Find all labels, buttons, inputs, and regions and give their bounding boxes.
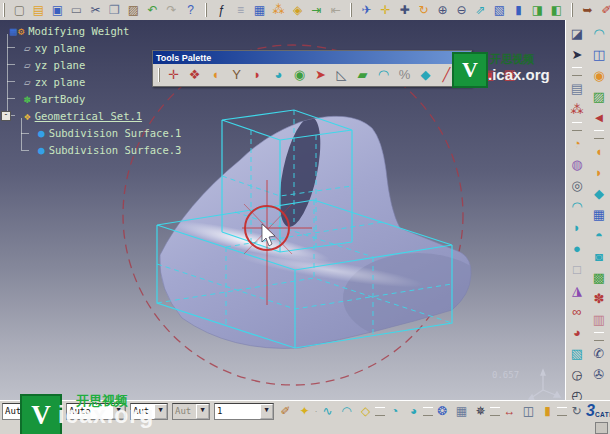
half-sphere-icon[interactable]: ◓	[589, 225, 610, 246]
combo-scale-dropdown-icon[interactable]: ▼	[260, 404, 273, 419]
arrow-left-icon[interactable]: ◄	[589, 107, 610, 128]
render-left-icon[interactable]: ◔	[385, 402, 404, 421]
resize-grip[interactable]	[595, 422, 608, 434]
tree-collapse-box[interactable]: -	[1, 111, 11, 121]
turntable-icon[interactable]: ↻	[567, 402, 586, 421]
toolbar-grip[interactable]	[571, 3, 573, 17]
target-surface-icon[interactable]: ◙	[589, 246, 610, 267]
copy-icon[interactable]: ❐	[105, 1, 124, 20]
grid-edit-icon[interactable]: ▦	[452, 402, 471, 421]
reel-icon[interactable]: ✇	[589, 364, 610, 385]
green-surface-icon[interactable]: ▰	[352, 64, 373, 85]
pink-box-icon[interactable]: ▥	[589, 309, 610, 330]
surface-patch-icon[interactable]: ◗	[567, 217, 588, 238]
dome-tool-icon[interactable]: ◠	[373, 64, 394, 85]
green-mesh-icon[interactable]: ▩	[589, 267, 610, 288]
zoom-in-icon[interactable]: ⊕	[433, 1, 452, 20]
tree-item-geometrical-set-1[interactable]: ❖Geometrical Set.1	[24, 108, 142, 124]
diamond-mesh-icon[interactable]: ◆	[415, 64, 436, 85]
red-flower-icon[interactable]: ✽	[589, 288, 610, 309]
view-display-icon[interactable]: ◪	[567, 23, 588, 44]
whats-this-icon[interactable]: ?	[181, 1, 200, 20]
knowledge-icon[interactable]: ≡	[231, 1, 250, 20]
shading-cylinder-icon[interactable]: ▮	[509, 1, 528, 20]
magic-wand-icon[interactable]: ✦	[295, 402, 314, 421]
tools-palette-window[interactable]: Tools Palette x ✛❖◖Y◗◕◉➤◺▰◠%◆╱·▣▦	[152, 50, 472, 87]
sphere-primitive-icon[interactable]: ●	[567, 238, 588, 259]
toolbar-grip[interactable]	[350, 3, 352, 17]
wave-curve-icon[interactable]: ∿	[318, 402, 337, 421]
normal-view-icon[interactable]: ⇗	[471, 1, 490, 20]
cube-surface-icon[interactable]: ◫	[589, 44, 610, 65]
tree-item-zx-plane[interactable]: ▱zx plane	[24, 74, 85, 90]
curve-tool-icon[interactable]: ◠	[567, 196, 588, 217]
multi-view-icon[interactable]: ◨	[528, 1, 547, 20]
dome-surface-icon[interactable]: ◠	[589, 23, 610, 44]
undo-icon[interactable]: ↶	[143, 1, 162, 20]
check-out-icon[interactable]: ⇤	[326, 1, 345, 20]
catalog-browser-icon[interactable]: ➥	[578, 1, 597, 20]
select-face-icon[interactable]: ◺	[331, 64, 352, 85]
redo-icon[interactable]: ↷	[162, 1, 181, 20]
open-icon[interactable]: ▤	[29, 1, 48, 20]
cone-primitive-icon[interactable]: ◮	[567, 280, 588, 301]
book-surface-icon[interactable]: ▧	[567, 343, 588, 364]
blue-star-icon[interactable]: ❂	[433, 402, 452, 421]
new-icon[interactable]: ▢	[10, 1, 29, 20]
toolbar-grip[interactable]	[205, 3, 207, 17]
rotate-icon[interactable]: ↻	[414, 1, 433, 20]
combo-scale[interactable]: 1▼	[214, 403, 274, 420]
print-icon[interactable]: ▭	[67, 1, 86, 20]
translate-element-icon[interactable]: ❖	[184, 64, 205, 85]
3d-compass-icon[interactable]: ✛	[163, 64, 184, 85]
cut-icon[interactable]: ✂	[86, 1, 105, 20]
tree-item-partbody[interactable]: ✽PartBody	[24, 91, 85, 107]
diamond-view-icon[interactable]: ◇	[356, 402, 375, 421]
tools-palette-titlebar[interactable]: Tools Palette x	[153, 51, 471, 64]
green-patch-icon[interactable]: ▨	[589, 86, 610, 107]
paintbrush-icon[interactable]: ✐	[276, 402, 295, 421]
zoom-out-icon[interactable]: ⊖	[452, 1, 471, 20]
arrow-direction-icon[interactable]: ➤	[310, 64, 331, 85]
pick-point-icon[interactable]: ◉	[289, 64, 310, 85]
calculator-icon[interactable]: ▦	[250, 1, 269, 20]
fit-all-in-icon[interactable]: ✛	[376, 1, 395, 20]
orange-ball-icon[interactable]: ◉	[589, 65, 610, 86]
battery-icon[interactable]: ▮	[538, 402, 557, 421]
shell-tool-icon[interactable]: ◗	[247, 64, 268, 85]
sphere-tool-icon[interactable]: ◕	[268, 64, 289, 85]
design-table-icon[interactable]: ⁂	[269, 1, 288, 20]
magnifier-icon[interactable]: ◎	[567, 175, 588, 196]
measure-ruler-icon[interactable]: ↔	[500, 402, 519, 421]
blue-grid-icon[interactable]: ▦	[589, 204, 610, 225]
render-right-icon[interactable]: ◕	[404, 402, 423, 421]
3d-viewport[interactable]: - ▦⚙Modifying Weight▱xy plane▱yz plane▱z…	[0, 20, 565, 400]
save-icon[interactable]: ▣	[48, 1, 67, 20]
frame-box-icon[interactable]: □	[567, 259, 588, 280]
toolbar-grip[interactable]	[3, 3, 5, 17]
quick-view-icon[interactable]: ◧	[547, 1, 566, 20]
tree-item-xy-plane[interactable]: ▱xy plane	[24, 40, 85, 56]
fly-mode-icon[interactable]: ✈	[357, 1, 376, 20]
walk-mode-icon[interactable]: ✵	[471, 402, 490, 421]
planet-icon[interactable]: ◍	[567, 154, 588, 175]
selection-list-icon[interactable]: ▤	[567, 78, 588, 99]
banana-surface-1-icon[interactable]: ◖	[589, 141, 610, 162]
select-pointer-icon[interactable]: ➤	[567, 44, 588, 65]
palette-grip[interactable]	[158, 68, 160, 82]
paint-icon[interactable]: ✐	[597, 1, 610, 20]
alert-bell-icon[interactable]: ◔	[567, 133, 588, 154]
measure-item-icon[interactable]: ◫	[519, 402, 538, 421]
check-in-icon[interactable]: ⇥	[307, 1, 326, 20]
formula-icon[interactable]: ƒ	[212, 1, 231, 20]
xyz-axis-icon[interactable]: ⁂	[567, 99, 588, 120]
tree-item-yz-plane[interactable]: ▱yz plane	[24, 57, 85, 73]
arc-surface-icon[interactable]: ◠	[337, 402, 356, 421]
ratio-icon[interactable]: %	[394, 64, 415, 85]
tree-item-subdivision-surface-1[interactable]: ●Subdivision Surface.1	[38, 125, 181, 141]
paste-icon[interactable]: ▨	[124, 1, 143, 20]
lock-icon[interactable]: ◈	[288, 1, 307, 20]
red-sphere-icon[interactable]: ◕	[567, 322, 588, 343]
banana-surface-2-icon[interactable]: ◗	[589, 162, 610, 183]
split-edge-icon[interactable]: Y	[226, 64, 247, 85]
